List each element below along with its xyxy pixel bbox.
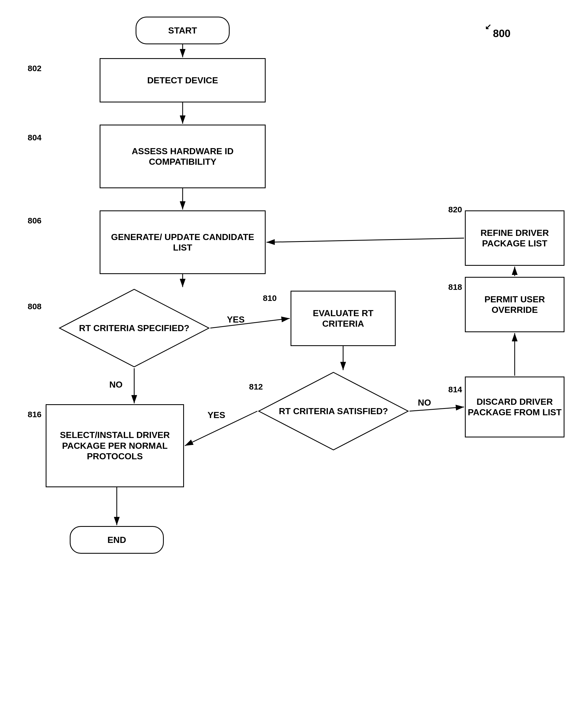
detect-device-node: DETECT DEVICE [100, 58, 266, 102]
refine-driver-label: REFINE DRIVER PACKAGE LIST [466, 228, 564, 249]
yes-label-1: YES [227, 314, 245, 324]
generate-list-node: GENERATE/ UPDATE CANDIDATE LIST [100, 210, 266, 274]
end-label: END [107, 535, 126, 545]
rt-criteria-specified-label: RT CRITERIA SPECIFIED? [79, 323, 190, 333]
yes-label-2: YES [208, 410, 225, 420]
ref-816: 816 [28, 410, 41, 419]
no-label-1: NO [109, 380, 122, 390]
evaluate-rt-label: EVALUATE RT CRITERIA [291, 308, 395, 329]
select-install-node: SELECT/INSTALL DRIVER PACKAGE PER NORMAL… [46, 404, 184, 487]
start-label: START [168, 25, 197, 36]
no-label-2: NO [418, 398, 431, 408]
assess-hwid-label: ASSESS HARDWARE ID COMPATIBILITY [100, 146, 265, 167]
permit-override-label: PERMIT USER OVERRIDE [466, 294, 564, 315]
ref-810: 810 [263, 293, 277, 303]
ref-814: 814 [448, 385, 462, 394]
rt-criteria-satisfied-node: RT CRITERIA SATISFIED? [257, 371, 409, 451]
ref-808: 808 [28, 302, 41, 311]
svg-line-7 [210, 318, 290, 328]
rt-criteria-specified-node: RT CRITERIA SPECIFIED? [58, 288, 210, 368]
assess-hwid-node: ASSESS HARDWARE ID COMPATIBILITY [100, 125, 266, 188]
discard-driver-node: DISCARD DRIVER PACKAGE FROM LIST [465, 377, 565, 437]
discard-driver-label: DISCARD DRIVER PACKAGE FROM LIST [466, 397, 564, 418]
svg-line-14 [266, 238, 464, 242]
end-node: END [70, 526, 164, 554]
refine-driver-node: REFINE DRIVER PACKAGE LIST [465, 210, 565, 266]
figure-number: 800 [493, 28, 511, 40]
figure-arrow: ↙ [485, 22, 491, 31]
svg-line-10 [185, 411, 257, 446]
ref-820: 820 [448, 205, 462, 214]
ref-818: 818 [448, 282, 462, 292]
evaluate-rt-node: EVALUATE RT CRITERIA [291, 291, 396, 346]
ref-804: 804 [28, 133, 41, 142]
detect-device-label: DETECT DEVICE [147, 75, 218, 85]
ref-802: 802 [28, 64, 41, 73]
select-install-label: SELECT/INSTALL DRIVER PACKAGE PER NORMAL… [46, 430, 183, 462]
ref-806: 806 [28, 216, 41, 225]
permit-override-node: PERMIT USER OVERRIDE [465, 277, 565, 332]
start-node: START [135, 17, 230, 44]
svg-line-11 [409, 407, 464, 411]
generate-list-label: GENERATE/ UPDATE CANDIDATE LIST [100, 232, 265, 253]
figure-number-text: 800 [493, 28, 511, 39]
rt-criteria-satisfied-label: RT CRITERIA SATISFIED? [279, 406, 388, 416]
